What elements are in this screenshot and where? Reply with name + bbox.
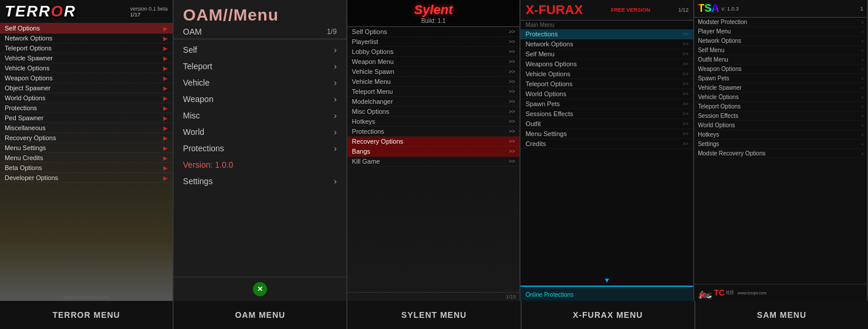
sylent-menu-item[interactable]: Hotkeys>> xyxy=(347,117,520,127)
terror-arrow-icon: ▶ xyxy=(163,25,168,32)
sylent-menu-item[interactable]: Vehicle Menu>> xyxy=(347,77,520,87)
sylent-arrow-icon: >> xyxy=(509,99,515,104)
terror-menu-item[interactable]: Weapon Options▶ xyxy=(0,73,173,83)
sam-menu-item[interactable]: Vehicle Spawner› xyxy=(694,83,867,93)
xfurax-menu-item[interactable]: Menu Settings>> xyxy=(521,129,693,139)
terror-menu-item[interactable]: Vehicle Options▶ xyxy=(0,63,173,73)
sylent-menu-item[interactable]: Self Options>> xyxy=(347,27,520,37)
terror-menu-item[interactable]: Ped Spawner▶ xyxy=(0,113,173,123)
oam-arrow-icon: › xyxy=(334,45,337,55)
xfurax-menu-item[interactable]: Teleport Options>> xyxy=(521,79,693,89)
xfurax-menu-item[interactable]: Network Options>> xyxy=(521,39,693,49)
sam-menu-item-label: Self Menu xyxy=(698,47,724,53)
sam-menu-item[interactable]: Vehicle Options› xyxy=(694,93,867,102)
terror-menu-item[interactable]: Miscellaneous▶ xyxy=(0,123,173,133)
terror-menu-item[interactable]: Self Options▶ xyxy=(0,23,173,33)
xfurax-menu-item-label: Sessions Effects xyxy=(525,110,573,117)
tc-logo: 🏍️ TC 社区 xyxy=(698,286,734,300)
oam-menu-item[interactable]: Settings› xyxy=(174,173,346,189)
oam-footer: ✕ xyxy=(174,277,346,301)
oam-menu-item[interactable]: Weapon› xyxy=(174,91,346,107)
sam-menu-item[interactable]: Weapon Options› xyxy=(694,65,867,74)
sam-footer: 🏍️ TC 社区 www.tcsqw.com xyxy=(694,284,867,301)
sam-menu: Modster Protection›Player Menu›Network O… xyxy=(694,18,867,284)
terror-menu-item[interactable]: Teleport Options▶ xyxy=(0,43,173,53)
terror-menu-item[interactable]: Developer Options▶ xyxy=(0,173,173,183)
sam-menu-item[interactable]: Hotkeys› xyxy=(694,130,867,140)
terror-menu-item[interactable]: Menu Settings▶ xyxy=(0,143,173,153)
xfurax-menu-item[interactable]: Credits>> xyxy=(521,139,693,149)
xfurax-menu-item-label: Self Menu xyxy=(525,50,555,57)
oam-menu-item-label: Vehicle xyxy=(183,78,210,87)
oam-menu-item[interactable]: World› xyxy=(174,124,346,140)
xfurax-arrow-icon: >> xyxy=(683,31,689,37)
sylent-menu-item-label: Teleport Menu xyxy=(352,88,393,95)
terror-menu-item[interactable]: World Options▶ xyxy=(0,93,173,103)
xfurax-online-protections: Online Protections xyxy=(521,286,693,301)
xfurax-menu-item[interactable]: Vehicle Options>> xyxy=(521,69,693,79)
oam-menu-item[interactable]: Version: 1.0.0 xyxy=(174,157,346,173)
oam-menu-item-label: Teleport xyxy=(183,62,212,71)
sam-menu-item-label: Weapon Options xyxy=(698,66,741,72)
terror-menu-item-label: Vehicle Spawner xyxy=(5,55,53,62)
sylent-menu-item-label: Lobby Options xyxy=(352,48,394,55)
sam-menu-item[interactable]: Teleport Options› xyxy=(694,102,867,111)
oam-menu-item[interactable]: Misc› xyxy=(174,107,346,124)
sylent-menu-item[interactable]: Kill Game>> xyxy=(347,157,520,167)
sam-menu-item[interactable]: Spawn Pets› xyxy=(694,74,867,83)
xfurax-menu-item[interactable]: Protections>> xyxy=(521,29,693,39)
terror-menu-item[interactable]: Menu Credits▶ xyxy=(0,153,173,163)
sylent-menu-item[interactable]: Weapon Menu>> xyxy=(347,57,520,67)
sylent-menu-item[interactable]: Recovery Options>> xyxy=(347,137,520,147)
oam-menu-item[interactable]: Vehicle› xyxy=(174,74,346,91)
sam-menu-item[interactable]: Outfit Menu› xyxy=(694,55,867,65)
terror-menu-item[interactable]: Beta Options▶ xyxy=(0,163,173,173)
xfurax-menu-item[interactable]: Sessions Effects>> xyxy=(521,109,693,119)
terror-menu-item-label: Teleport Options xyxy=(5,45,52,52)
terror-menu-item[interactable]: Object Spawner▶ xyxy=(0,83,173,93)
sylent-menu-item[interactable]: Teleport Menu>> xyxy=(347,87,520,97)
sylent-menu-item[interactable]: Lobby Options>> xyxy=(347,47,520,57)
sylent-menu-item[interactable]: Playerlist>> xyxy=(347,37,520,47)
sylent-menu-item[interactable]: Protections>> xyxy=(347,127,520,137)
xfurax-menu-item[interactable]: Outfit>> xyxy=(521,119,693,129)
sylent-arrow-icon: >> xyxy=(509,39,515,45)
oam-menu-item[interactable]: Protections› xyxy=(174,140,346,157)
xfurax-panel: X-FURAX FREE VERSION 1/12 Main Menu Prot… xyxy=(521,0,694,301)
sam-menu-item[interactable]: Settings› xyxy=(694,140,867,149)
sam-menu-item[interactable]: Player Menu› xyxy=(694,27,867,36)
xfurax-menu-item[interactable]: Self Menu>> xyxy=(521,49,693,59)
sylent-menu-item[interactable]: Bangs>> xyxy=(347,147,520,157)
terror-menu-item[interactable]: Network Options▶ xyxy=(0,33,173,43)
xfurax-menu-item[interactable]: Weapons Options>> xyxy=(521,59,693,69)
sylent-arrow-icon: >> xyxy=(509,59,515,65)
xfurax-menu-item-label: Network Options xyxy=(525,40,573,48)
xfurax-menu-item[interactable]: Spawn Pets>> xyxy=(521,99,693,109)
xfurax-arrow-icon: >> xyxy=(683,141,689,147)
sam-menu-item-label: Outfit Menu xyxy=(698,56,728,63)
oam-menu-item[interactable]: Teleport› xyxy=(174,58,346,74)
terror-menu-item[interactable]: Protections▶ xyxy=(0,103,173,113)
sam-menu-item[interactable]: Session Effects› xyxy=(694,111,867,121)
xfurax-menu: Protections>>Network Options>>Self Menu>… xyxy=(521,29,693,275)
sam-menu-item[interactable]: Network Options› xyxy=(694,36,867,46)
oam-menu-item[interactable]: Self› xyxy=(174,42,346,58)
sylent-menu-item[interactable]: Vehicle Spawn>> xyxy=(347,67,520,77)
xfurax-menu-item[interactable]: World Options>> xyxy=(521,89,693,99)
sam-menu-item[interactable]: Self Menu› xyxy=(694,46,867,55)
oam-menu-item-label: Version: 1.0.0 xyxy=(183,160,234,169)
sylent-arrow-icon: >> xyxy=(509,49,515,55)
sam-arrow-icon: › xyxy=(862,104,863,110)
sylent-arrow-icon: >> xyxy=(509,118,515,124)
xfurax-scroll-btn[interactable]: ▼ xyxy=(521,275,693,286)
sam-menu-item[interactable]: Modste Recovery Options› xyxy=(694,149,867,158)
terror-arrow-icon: ▶ xyxy=(163,85,168,91)
label-sam: SAM MENU xyxy=(695,301,868,329)
sam-menu-item[interactable]: World Options› xyxy=(694,121,867,130)
sam-menu-item[interactable]: Modster Protection› xyxy=(694,18,867,27)
sam-arrow-icon: › xyxy=(862,19,863,25)
terror-menu-item[interactable]: Recovery Options▶ xyxy=(0,133,173,143)
sylent-menu-item[interactable]: Modelchanger>> xyxy=(347,97,520,107)
terror-menu-item[interactable]: Vehicle Spawner▶ xyxy=(0,53,173,63)
sylent-menu-item[interactable]: Misc Options>> xyxy=(347,107,520,117)
